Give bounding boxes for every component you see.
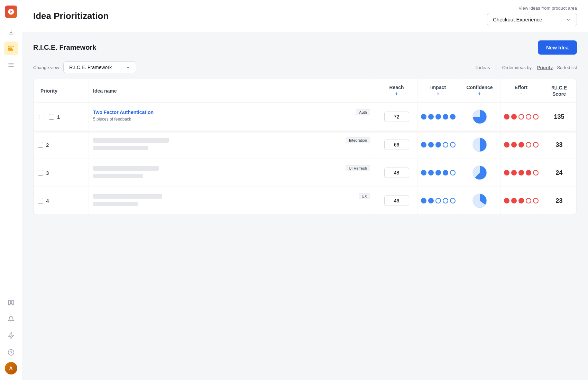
effort-dot-0[interactable] <box>504 198 509 203</box>
sorted-list-label[interactable]: Sorted list <box>557 65 577 70</box>
avatar-initials: A <box>5 362 17 374</box>
idea-name-skeleton <box>93 166 159 171</box>
app-logo[interactable] <box>5 6 17 18</box>
product-area-select[interactable]: Checkout Experience <box>487 13 577 26</box>
confidence-cell <box>459 159 500 187</box>
order-by-priority[interactable]: Priority <box>537 65 553 70</box>
score-cell: 23 <box>542 187 577 215</box>
effort-dot-1[interactable] <box>511 114 517 120</box>
impact-dot-2[interactable] <box>435 198 441 203</box>
idea-name-skeleton <box>93 194 162 199</box>
effort-dot-1[interactable] <box>511 142 517 148</box>
effort-dot-0[interactable] <box>504 170 509 175</box>
idea-feedback-skeleton <box>93 202 138 206</box>
row-checkbox[interactable] <box>38 170 43 175</box>
idea-name-skeleton <box>93 138 169 143</box>
confidence-pie[interactable] <box>472 193 487 208</box>
lightning-icon[interactable] <box>4 329 18 343</box>
impact-dot-1[interactable] <box>428 170 434 175</box>
new-idea-button[interactable]: New Idea <box>538 40 577 55</box>
effort-dot-3[interactable] <box>526 142 531 148</box>
impact-dot-0[interactable] <box>421 114 426 120</box>
current-view-label: R.I.C.E. Framework <box>69 65 112 70</box>
effort-dot-2[interactable] <box>518 142 524 148</box>
view-select[interactable]: R.I.C.E. Framework <box>63 61 136 73</box>
impact-dot-2[interactable] <box>435 142 441 148</box>
impact-dot-3[interactable] <box>443 170 448 175</box>
impact-dot-1[interactable] <box>428 114 434 120</box>
row-number: 2 <box>46 142 49 148</box>
reach-input[interactable] <box>384 140 409 150</box>
list-view-icon[interactable] <box>4 58 18 72</box>
contact-icon[interactable] <box>4 296 18 310</box>
order-area: 4 ideas | Order ideas by: Priority Sorte… <box>475 65 577 70</box>
th-impact: Impact + <box>417 79 459 103</box>
row-number: 4 <box>46 198 49 204</box>
reach-input[interactable] <box>384 112 409 122</box>
effort-dot-4[interactable] <box>533 170 539 175</box>
impact-dot-0[interactable] <box>421 198 426 203</box>
confidence-pie[interactable] <box>472 137 487 152</box>
confidence-pie[interactable] <box>472 165 487 180</box>
download-icon[interactable] <box>4 25 18 39</box>
effort-dots <box>504 170 539 175</box>
impact-dot-3[interactable] <box>443 142 448 148</box>
impact-dot-3[interactable] <box>443 114 448 120</box>
impact-dot-2[interactable] <box>435 114 441 120</box>
idea-tag: UX <box>359 193 370 199</box>
svg-marker-8 <box>8 333 13 339</box>
confidence-pie[interactable] <box>472 109 487 124</box>
impact-dot-4[interactable] <box>450 114 456 120</box>
impact-dots <box>421 170 456 175</box>
row-number: 1 <box>57 114 60 120</box>
reach-input[interactable] <box>384 196 409 206</box>
effort-dot-3[interactable] <box>526 170 531 175</box>
row-checkbox[interactable] <box>49 114 54 120</box>
priority-cell: 3 <box>34 159 89 187</box>
impact-dots <box>421 198 456 203</box>
effort-dot-4[interactable] <box>533 198 539 203</box>
row-checkbox[interactable] <box>38 198 43 203</box>
impact-dot-3[interactable] <box>443 198 448 203</box>
idea-name-link[interactable]: Two Factor Authentication <box>93 110 154 115</box>
effort-dot-2[interactable] <box>518 114 524 120</box>
confidence-cell <box>459 131 500 159</box>
effort-dot-4[interactable] <box>533 142 539 148</box>
th-idea-name: Idea name <box>89 79 376 103</box>
effort-dot-1[interactable] <box>511 198 517 203</box>
impact-dot-1[interactable] <box>428 198 434 203</box>
impact-cell <box>417 103 459 131</box>
impact-dot-2[interactable] <box>435 170 441 175</box>
effort-dot-3[interactable] <box>526 198 531 203</box>
effort-dot-0[interactable] <box>504 114 509 120</box>
effort-dots <box>504 142 539 148</box>
reach-input[interactable] <box>384 168 409 178</box>
row-checkbox[interactable] <box>38 142 43 148</box>
impact-dot-4[interactable] <box>450 170 456 175</box>
score-cell: 33 <box>542 131 577 159</box>
effort-dot-2[interactable] <box>518 198 524 203</box>
th-effort: Effort – <box>500 79 542 103</box>
svg-rect-2 <box>8 49 13 50</box>
impact-dot-0[interactable] <box>421 142 426 148</box>
effort-dot-2[interactable] <box>518 170 524 175</box>
rice-score: 135 <box>554 113 564 121</box>
effort-dot-1[interactable] <box>511 170 517 175</box>
bell-icon[interactable] <box>4 312 18 326</box>
idea-name-cell: Two Factor Authentication Auth 5 pieces … <box>89 103 376 131</box>
row-number: 3 <box>46 170 49 176</box>
impact-dot-0[interactable] <box>421 170 426 175</box>
idea-name-cell: UI Refresh <box>89 159 376 187</box>
th-confidence: Confidence + <box>459 79 500 103</box>
impact-dot-4[interactable] <box>450 142 456 148</box>
avatar[interactable]: A <box>5 362 17 374</box>
effort-dot-0[interactable] <box>504 142 509 148</box>
help-icon[interactable] <box>4 345 18 359</box>
impact-dot-4[interactable] <box>450 198 456 203</box>
effort-dot-4[interactable] <box>533 114 539 120</box>
impact-dot-1[interactable] <box>428 142 434 148</box>
idea-tag: Integration <box>346 137 370 143</box>
effort-dot-3[interactable] <box>526 114 531 120</box>
impact-cell <box>417 131 459 159</box>
roadmap-icon[interactable] <box>4 41 18 55</box>
